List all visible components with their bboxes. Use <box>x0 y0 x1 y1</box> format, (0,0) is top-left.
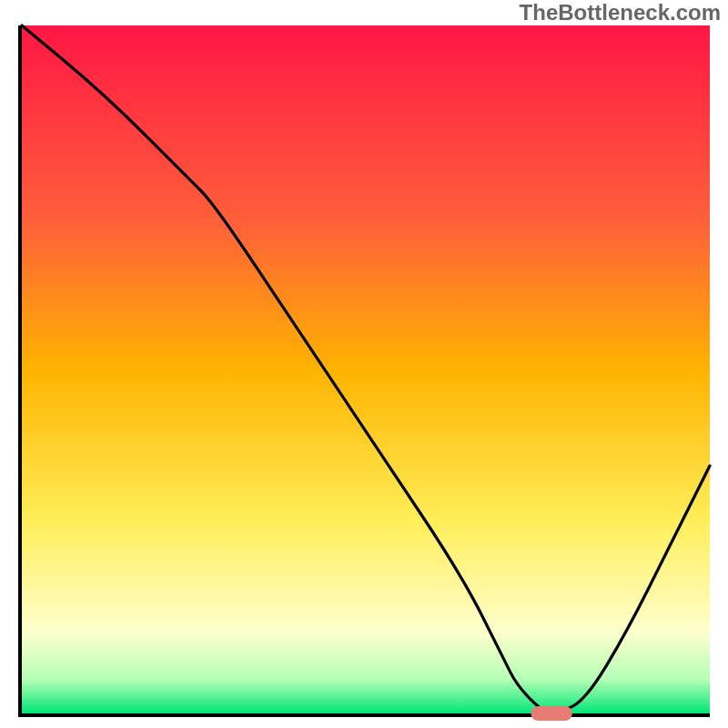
optimal-marker <box>531 706 571 721</box>
chart-plot-area <box>18 25 710 717</box>
chart-curve <box>22 25 710 713</box>
watermark-text: TheBottleneck.com <box>520 0 721 25</box>
